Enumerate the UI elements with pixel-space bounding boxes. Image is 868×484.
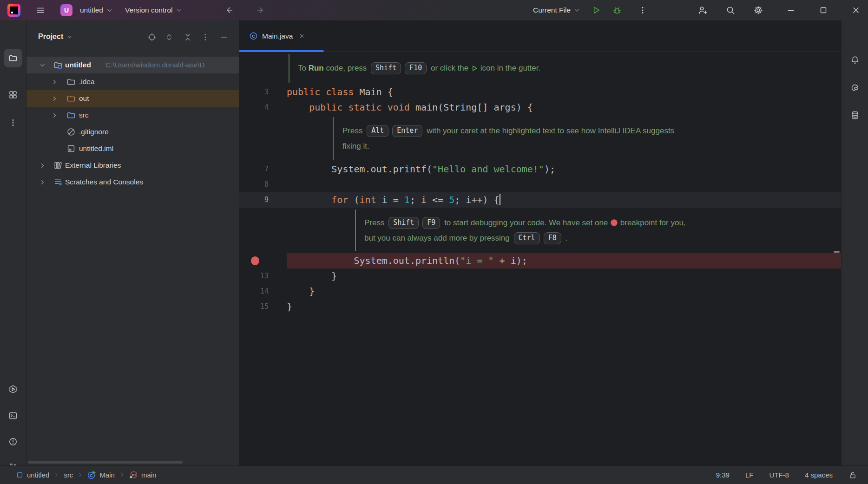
tree-chevron[interactable] xyxy=(39,174,46,190)
toolstrip-button-services[interactable] xyxy=(4,380,22,399)
line-number[interactable]: 9 xyxy=(239,192,269,208)
breadcrumb-item-src[interactable]: src xyxy=(64,471,73,479)
toolstrip-button-more-tool-windows[interactable] xyxy=(4,113,22,132)
tab-label: Main.java xyxy=(262,32,293,40)
inline-hint-hint-debug: Press ShiftF9 to start debugging your co… xyxy=(239,208,841,253)
code-text: public static void main(String[] args) { xyxy=(287,100,533,115)
line-separator-widget[interactable]: LF xyxy=(745,471,754,479)
indent-widget[interactable]: 4 spaces xyxy=(805,471,833,479)
toolstrip-button-project[interactable] xyxy=(4,49,22,67)
token-kw: int xyxy=(360,194,376,205)
editor-tabbar: C Main.java xyxy=(239,20,841,52)
toolstrip-button-database[interactable] xyxy=(846,106,864,124)
code-text: } xyxy=(287,284,315,299)
back-arrow-icon xyxy=(225,6,234,15)
collapse-all-button[interactable] xyxy=(181,31,194,44)
panel-options-button[interactable] xyxy=(199,31,212,44)
problems-icon xyxy=(8,437,18,446)
chevron-down-icon xyxy=(573,7,580,14)
code-editor[interactable]: To Run code, press ShiftF10 or click the… xyxy=(239,52,841,465)
key-chip-enter: Enter xyxy=(392,125,422,137)
scrollbar-breakpoint-mark xyxy=(834,251,840,253)
main-menu-button[interactable] xyxy=(32,2,49,19)
titlebar-divider xyxy=(195,6,195,15)
unlock-icon[interactable] xyxy=(848,471,857,479)
breadcrumbs: untitledsrcCMainmmain xyxy=(16,471,156,479)
hint-text: . xyxy=(563,234,567,243)
breadcrumb-label: Main xyxy=(99,471,115,479)
kebab-menu-icon xyxy=(638,6,647,15)
line-number[interactable]: 14 xyxy=(239,284,269,299)
window-close-button[interactable] xyxy=(848,2,864,19)
tree-item-untitled[interactable]: untitledC:\Users\wisdom.donald-ase\D xyxy=(26,57,239,73)
tree-chevron[interactable] xyxy=(39,57,46,73)
project-panel-title[interactable]: Project xyxy=(38,33,73,41)
line-number[interactable]: 15 xyxy=(239,299,269,314)
run-button[interactable] xyxy=(588,2,605,19)
settings-button[interactable] xyxy=(750,2,767,19)
navigate-back-button[interactable] xyxy=(221,2,238,19)
line-number[interactable]: 8 xyxy=(239,177,269,192)
toolstrip-button-ai-assistant[interactable] xyxy=(846,78,864,97)
token-pl: + i); xyxy=(494,255,527,266)
tree-item--idea[interactable]: .idea xyxy=(26,73,239,90)
navigate-forward-button[interactable] xyxy=(252,2,269,19)
folder-out-icon xyxy=(66,90,76,107)
caret-position-widget[interactable]: 9:39 xyxy=(716,471,730,479)
run-configuration-selector[interactable]: Current File xyxy=(533,6,580,14)
hint-text-line: fixing it. xyxy=(342,138,369,154)
minimize-icon xyxy=(219,33,229,42)
breadcrumb-separator-icon xyxy=(119,472,125,478)
toolstrip-button-notifications[interactable] xyxy=(846,51,864,69)
window-maximize-button[interactable] xyxy=(815,2,832,19)
toolstrip-button-problems[interactable] xyxy=(4,432,22,451)
tree-item-src[interactable]: src xyxy=(26,107,239,124)
tree-chevron[interactable] xyxy=(39,157,46,174)
token-kw: for xyxy=(331,194,348,205)
more-actions-button[interactable] xyxy=(634,2,651,19)
breadcrumb-label: main xyxy=(141,471,157,479)
breadcrumb-label: src xyxy=(64,471,73,479)
tree-item-external-libraries[interactable]: External Libraries xyxy=(26,157,239,174)
token-str: "Hello and welcome!" xyxy=(432,164,544,175)
breadcrumb-item-main[interactable]: CMain xyxy=(87,471,115,479)
breadcrumb-item-main[interactable]: mmain xyxy=(129,471,157,479)
folder-icon xyxy=(66,77,76,86)
code-line-breakpoint: System.out.println("i = " + i); xyxy=(239,253,841,268)
breakpoint-dot[interactable] xyxy=(251,256,259,265)
toolstrip-button-structure[interactable] xyxy=(4,85,22,104)
tree-item-untitled-iml[interactable]: untitled.iml xyxy=(26,140,239,157)
toolstrip-button-terminal[interactable] xyxy=(4,406,22,425)
tree-chevron[interactable] xyxy=(51,73,58,90)
code-with-me-button[interactable] xyxy=(694,2,711,19)
chevron-right-icon xyxy=(51,78,58,85)
tree-item-out[interactable]: out xyxy=(26,90,239,107)
close-icon[interactable] xyxy=(299,33,305,39)
horizontal-scrollbar[interactable] xyxy=(28,461,183,464)
line-number[interactable]: 4 xyxy=(239,100,269,115)
module-file-icon xyxy=(66,140,76,157)
libraries-icon xyxy=(53,157,63,174)
tree-item-label: src xyxy=(79,107,89,124)
tab-main-java[interactable]: C Main.java xyxy=(239,20,312,52)
search-everywhere-button[interactable] xyxy=(722,2,739,19)
vcs-widget[interactable]: Version control xyxy=(125,6,183,14)
project-switcher[interactable]: untitled xyxy=(80,6,113,14)
breadcrumb-item-untitled[interactable]: untitled xyxy=(16,471,49,479)
hide-panel-button[interactable] xyxy=(217,31,230,44)
tree-item-scratches-and-consoles[interactable]: Scratches and Consoles xyxy=(26,174,239,190)
select-opened-file-button[interactable] xyxy=(145,31,158,44)
expand-all-button[interactable] xyxy=(163,31,176,44)
window-minimize-button[interactable] xyxy=(783,2,799,19)
line-number[interactable]: 3 xyxy=(239,85,269,100)
scratches-icon xyxy=(53,177,63,187)
tree-chevron[interactable] xyxy=(51,90,58,107)
line-number[interactable]: 13 xyxy=(239,268,269,284)
tree-item--gitignore[interactable]: .gitignore xyxy=(26,124,239,140)
encoding-widget[interactable]: UTF-8 xyxy=(769,471,789,479)
project-icon xyxy=(8,53,18,63)
debug-button[interactable] xyxy=(609,2,625,19)
token-num: 5 xyxy=(449,194,454,205)
tree-chevron[interactable] xyxy=(51,107,58,124)
line-number[interactable]: 7 xyxy=(239,162,269,177)
